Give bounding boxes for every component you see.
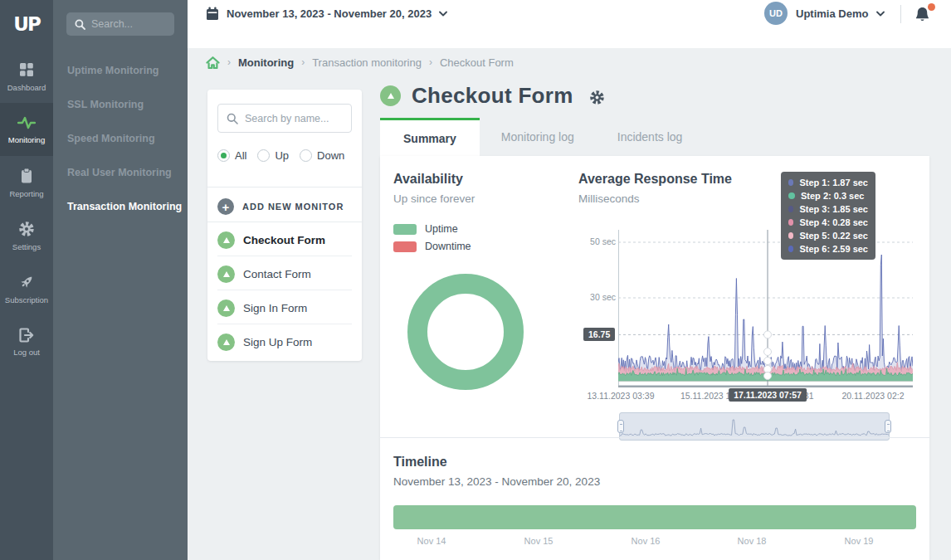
timeline-label-5: Nov 19 <box>845 536 874 546</box>
divider <box>207 187 362 187</box>
home-icon[interactable] <box>206 56 220 69</box>
calendar-icon <box>206 7 219 21</box>
notifications-bell-icon[interactable] <box>914 6 934 24</box>
summary-tabs: Summary Monitoring log Incidents log <box>380 118 704 156</box>
status-up-icon <box>217 334 235 351</box>
header-divider <box>900 5 901 23</box>
step1-dot <box>788 179 793 186</box>
chevron-down-icon <box>439 11 447 17</box>
status-up-icon <box>380 85 401 106</box>
crosshair-value-badge: 16.75 <box>583 328 615 341</box>
section-divider <box>380 437 929 438</box>
radio-all <box>217 149 230 162</box>
status-filters: All Up Down <box>217 149 344 162</box>
response-time-section: Average Response Time Milliseconds 50 se… <box>578 172 929 421</box>
tab-incidents-log[interactable]: Incidents log <box>596 118 705 156</box>
tooltip-step-3: Step 3: 1.85 sec <box>788 204 868 214</box>
gear-icon <box>18 221 35 237</box>
tooltip-step-5: Step 5: 0.22 sec <box>788 231 868 241</box>
search-placeholder: Search... <box>91 18 133 30</box>
timeline-axis: Nov 14 Nov 15 Nov 16 Nov 18 Nov 19 <box>393 536 916 547</box>
rail-label: Subscription <box>5 295 48 304</box>
uptime-swatch <box>393 224 417 235</box>
navigator-left-handle[interactable] <box>617 420 624 433</box>
monitor-item-sign-up-form[interactable]: Sign Up Form <box>217 329 352 354</box>
rail-label: Settings <box>12 242 41 251</box>
radio-down <box>300 149 312 162</box>
breadcrumb-monitoring[interactable]: Monitoring <box>238 56 294 69</box>
account-name: Uptimia Demo <box>796 7 868 20</box>
search-icon <box>75 19 85 30</box>
monitors-panel: Search by name... All Up Down + ADD NEW … <box>207 90 362 361</box>
divider <box>217 256 352 256</box>
timeline-uptime-bar <box>393 505 916 529</box>
availability-legend: Uptime Downtime <box>393 223 475 252</box>
rail-item-monitoring[interactable]: Monitoring <box>0 103 53 156</box>
tab-summary[interactable]: Summary <box>380 118 480 156</box>
monitor-settings-gear-icon[interactable] <box>589 90 605 105</box>
sidebar-item-real-user-monitoring[interactable]: Real User Monitoring <box>53 155 188 189</box>
rail-label: Monitoring <box>8 135 45 144</box>
rail-item-logout[interactable]: Log out <box>0 315 53 368</box>
tooltip-step-1: Step 1: 1.87 sec <box>788 178 868 187</box>
icon-rail: UP Dashboard Monitoring Reporting Settin… <box>0 0 53 560</box>
uptimia-logo[interactable]: UP <box>0 5 53 41</box>
timeline-label-1: Nov 14 <box>417 536 446 546</box>
tooltip-step-4: Step 4: 0.28 sec <box>788 217 868 227</box>
timeline-subtitle: November 13, 2023 - November 20, 2023 <box>393 475 916 488</box>
step5-dot <box>788 232 793 239</box>
rail-item-subscription[interactable]: Subscription <box>0 262 53 315</box>
sidebar-item-speed-monitoring[interactable]: Speed Monitoring <box>53 121 188 155</box>
monitor-item-checkout-form[interactable]: Checkout Form <box>217 227 352 252</box>
timeline-label-3: Nov 16 <box>632 536 661 546</box>
rail-label: Dashboard <box>7 83 46 92</box>
add-new-monitor-button[interactable]: + ADD NEW MONITOR <box>217 193 344 220</box>
status-up-icon <box>217 231 235 249</box>
sidebar-item-transaction-monitoring[interactable]: Transaction Monitoring <box>53 189 188 223</box>
legend-uptime: Uptime <box>393 223 475 235</box>
rail-item-reporting[interactable]: Reporting <box>0 156 53 209</box>
chart-range-navigator[interactable] <box>619 412 890 441</box>
crosshair-date-badge: 17.11.2023 07:57 <box>729 388 807 402</box>
status-up-icon <box>217 299 235 317</box>
pulse-icon <box>17 115 36 130</box>
account-menu[interactable]: UD Uptimia Demo <box>764 2 885 25</box>
search-icon <box>227 113 238 124</box>
radio-up <box>257 149 270 162</box>
response-time-title: Average Response Time <box>578 172 929 187</box>
breadcrumb-separator: › <box>429 56 432 68</box>
availability-section: Availability Up since forever Uptime Dow… <box>393 172 475 252</box>
x-tick-1: 13.11.2023 03:39 <box>588 391 655 401</box>
monitor-item-contact-form[interactable]: Contact Form <box>217 261 352 286</box>
timeline-label-4: Nov 18 <box>738 536 767 546</box>
timeline-title: Timeline <box>393 455 916 470</box>
y-tick-30: 30 sec <box>578 292 616 302</box>
rail-item-settings[interactable]: Settings <box>0 209 53 262</box>
step6-dot <box>788 246 793 252</box>
svg-text:UP: UP <box>13 13 41 35</box>
rail-item-dashboard[interactable]: Dashboard <box>0 50 53 103</box>
breadcrumb-checkout-form: Checkout Form <box>440 56 514 69</box>
notification-dot <box>928 3 935 11</box>
navigator-right-handle[interactable] <box>885 420 891 433</box>
summary-panel: Availability Up since forever Uptime Dow… <box>380 156 929 560</box>
filter-down[interactable]: Down <box>300 149 344 162</box>
sidebar-item-ssl-monitoring[interactable]: SSL Monitoring <box>53 87 188 121</box>
monitor-search-input[interactable]: Search by name... <box>217 104 352 133</box>
sidebar-search-input[interactable]: Search... <box>66 12 174 36</box>
breadcrumb-transaction-monitoring[interactable]: Transaction monitoring <box>312 56 422 69</box>
timeline-label-2: Nov 15 <box>524 536 554 546</box>
tooltip-step-2: Step 2: 0.3 sec <box>788 191 868 201</box>
sidebar-item-uptime-monitoring[interactable]: Uptime Monitoring <box>53 53 188 87</box>
breadcrumb-separator: › <box>301 56 305 68</box>
chart-tooltip: Step 1: 1.87 sec Step 2: 0.3 sec Step 3:… <box>781 172 875 260</box>
filter-up[interactable]: Up <box>257 149 289 162</box>
y-tick-50: 50 sec <box>578 236 616 246</box>
filter-all[interactable]: All <box>217 149 246 162</box>
monitor-item-sign-in-form[interactable]: Sign In Form <box>217 295 352 320</box>
step4-dot <box>788 219 793 226</box>
availability-title: Availability <box>393 172 475 187</box>
tab-monitoring-log[interactable]: Monitoring log <box>480 118 596 156</box>
date-range-picker[interactable]: November 13, 2023 - November 20, 2023 <box>206 7 447 21</box>
timeline-section: Timeline November 13, 2023 - November 20… <box>393 455 916 547</box>
